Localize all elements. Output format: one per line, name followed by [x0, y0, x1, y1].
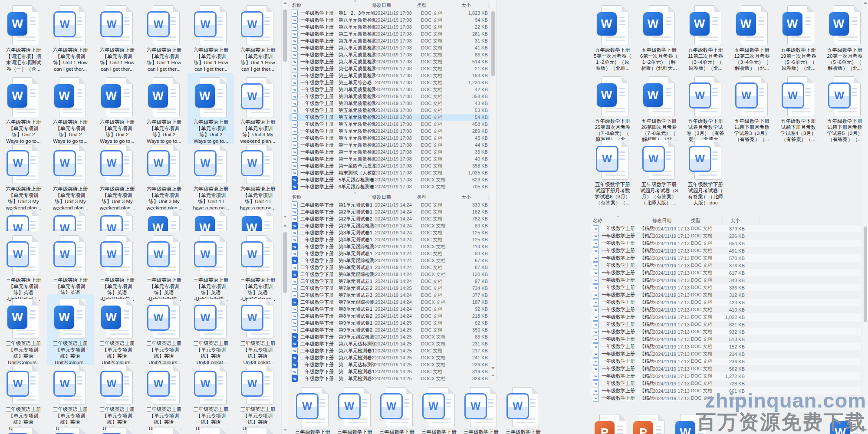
file-tile[interactable]: W六年级英语上册【单元专项训练】Unit 3 Myweekend plan...: [141, 140, 187, 211]
file-row[interactable]: w一年级数学上册 【精品】（基础版）第...2024/11/19 17:13DO…: [590, 306, 861, 313]
file-tile[interactable]: W三年级数学下册【分层训练】1.6: [502, 383, 544, 434]
file-row[interactable]: w二年级数学下册 第6单元测试卷1（人教...2024/11/19 14:24D…: [289, 264, 489, 271]
file-row[interactable]: w一年级数学上册 【精品】（基础版）第...2024/11/19 17:13DO…: [590, 240, 861, 247]
scrollbar-thumb[interactable]: [491, 11, 495, 76]
column-header-name[interactable]: 名称: [292, 194, 372, 200]
file-row[interactable]: w一年级数学上册 【精品】（基础版）第...2024/11/19 17:13DO…: [590, 299, 861, 306]
column-header-name[interactable]: 名称: [593, 217, 652, 224]
file-row[interactable]: w一年级数学上册 第五单元质量检测（...2024/11/19 17:08DOC…: [289, 107, 489, 114]
file-row[interactable]: w一年级数学上册 第六单元质量检测一...2024/11/19 17:08DOC…: [289, 58, 489, 65]
file-row[interactable]: w二年级数学下册 第7单元跟踪检测卷（...2024/11/19 14:24DO…: [289, 299, 489, 306]
file-row[interactable]: w一年级数学上册 【精品】（基础版）第...2024/11/19 17:13DO…: [590, 254, 861, 262]
file-tile[interactable]: W六年级英语上册【单元专项训练】Unit 3 Myweekend plan...: [0, 140, 47, 211]
file-row[interactable]: w一年级数学上册 第四单元质量检测（...2024/11/19 17:08DOC…: [289, 86, 489, 93]
file-tile[interactable]: W六年级英语上册【单元专项训练】Unit 2Ways to go to...: [187, 73, 234, 144]
file-row[interactable]: w一年级数学上册 第四单元质量检测三...2024/11/19 17:08DOC…: [289, 93, 489, 100]
file-row[interactable]: w一年级数学上册 第九单元质量检测（...2024/11/19 17:08DOC…: [289, 37, 489, 44]
column-header-date[interactable]: 修改日期: [652, 217, 691, 224]
file-row[interactable]: w一年级数学上册 第八单元质量检测一...2024/11/19 17:08DOC…: [289, 23, 489, 30]
file-tile[interactable]: W: [47, 205, 94, 231]
file-tile[interactable]: W: [94, 205, 141, 231]
column-header-type[interactable]: 类型: [417, 194, 455, 200]
file-tile[interactable]: W五年级数学下册试卷月考数学试卷（3月）（有答案）（北师大...: [682, 72, 729, 142]
column-header-size[interactable]: 大小: [723, 217, 760, 224]
file-tile[interactable]: W五年级数学下册试题下册月考数学试卷5（3月）（有答案）（...: [822, 72, 868, 142]
file-tile[interactable]: W三年级英语上册【单元专项训练】英语-Unit3Lookat...: [187, 294, 234, 365]
file-row[interactable]: w二年级数学下册 第1单元测试卷1（人教...2024/11/19 14:24D…: [289, 201, 489, 208]
file-tile[interactable]: W三年级英语上册【单元专项训练】英语-Unit4Welove...: [141, 360, 187, 431]
file-tile[interactable]: W六年级英语上册【单元专项训练】Unit 2Ways to go to...: [0, 73, 47, 144]
file-tile[interactable]: W三年级英语上册【单元专项训练】英语-Unit1Hello情...: [187, 231, 234, 302]
file-row[interactable]: w一年级数学上册 第二单元质量检测（...2024/11/19 17:08DOC…: [289, 30, 489, 37]
file-row[interactable]: w二年级数学下册 第3单元测试卷1（人教...2024/11/19 14:24D…: [289, 229, 489, 236]
file-tile[interactable]: W: [0, 205, 47, 231]
file-row[interactable]: w二年级数学下册 第二单元检测卷2（人...2024/11/19 14:25DO…: [289, 375, 489, 382]
file-tile[interactable]: W五年级数学下册试题下册月考数学试卷6（3月）（有答案）（...: [589, 135, 636, 206]
file-row[interactable]: w二年级数学下册 第8单元测试卷2（人教...2024/11/19 14:24D…: [289, 312, 489, 319]
file-row[interactable]: w一年级数学上册 【精品】（基础版）第...2024/11/19 17:13DO…: [590, 262, 861, 269]
file-row[interactable]: w一年级数学上册 第三单元综合卷（人...2024/11/19 17:08DOC…: [289, 79, 489, 86]
scrollbar-left-panel[interactable]: [281, 0, 289, 434]
file-row[interactable]: w一年级数学上册 第一至四单元质量检...2024/11/19 17:08DOC…: [289, 162, 489, 169]
file-tile[interactable]: W三年级英语上册【单元专项训练】英语-Unit3Lookat...: [47, 360, 94, 431]
file-tile[interactable]: W五年级数学下册20第三次月考卷（5~6单元）（解析版）（北...: [822, 1, 868, 71]
file-row[interactable]: w二年级数学下册 第8单元测试卷1（人教...2024/11/19 14:24D…: [289, 306, 489, 312]
file-tile[interactable]: W: [234, 205, 281, 231]
file-row[interactable]: w一年级数学上册 5单元跟踪检测卷（人...2024/11/19 17:08DO…: [289, 176, 489, 183]
file-tile[interactable]: W六年级英语上册【单元专项训练】Unit 1 Howcan I get ther…: [94, 1, 141, 72]
column-header-type[interactable]: 类型: [691, 217, 723, 224]
file-tile[interactable]: W: [141, 205, 187, 231]
file-tile[interactable]: W: [187, 205, 234, 231]
file-row[interactable]: w二年级数学下册 第6单元跟踪检测卷（...2024/11/19 14:24DO…: [289, 271, 489, 278]
file-tile[interactable]: W六年级英语上册【单元专项训练】Unit 2Ways to go to...: [47, 73, 94, 144]
file-row[interactable]: w一年级数学上册 第一单元质量检测二...2024/11/19 17:08DOC…: [289, 148, 489, 155]
file-row[interactable]: w二年级数学下册 第二单元检测卷1（人...2024/11/19 14:25DO…: [289, 368, 489, 375]
file-row[interactable]: w一年级数学上册 【精品】（基础版）第...2024/11/19 17:13DO…: [590, 328, 861, 335]
file-row[interactable]: w一年级数学上册 第八单元质量检测（...2024/11/19 17:08DOC…: [289, 16, 489, 23]
file-row[interactable]: w一年级数学上册 期末测试（人教版）....2024/11/19 17:08DO…: [289, 169, 489, 176]
file-tile[interactable]: W五年级数学下册19第三次月考卷（5~6单元）（原卷版）（北...: [775, 1, 822, 71]
file-tile[interactable]: W三年级英语上册【单元专项训练】英语-Unit4Welove...: [234, 360, 281, 431]
file-row[interactable]: w一年级数学上册 【精品】（基础版）第...2024/11/19 17:13DO…: [590, 335, 861, 343]
scroll-down-icon[interactable]: [283, 429, 287, 431]
file-row[interactable]: w二年级数学下册 第4单元跟踪检测卷（...2024/11/19 14:24DO…: [289, 243, 489, 250]
file-tile[interactable]: W五年级数学下册试题下册月考数学试卷3（3月）（有答案）（...: [729, 72, 775, 142]
file-tile[interactable]: W三年级英语上册【单元专项训练】英语-Unit3Lookat...: [94, 360, 141, 431]
file-row[interactable]: w一年级数学上册 【精品】（基础版）第...2024/11/19 17:13DO…: [590, 343, 861, 350]
file-tile[interactable]: W五年级数学下册26第四次月考卷（7~8单元）（解析版）（北...: [636, 72, 682, 142]
file-row[interactable]: w一年级数学上册 第五单元质量检测四...2024/11/19 17:08DOC…: [289, 128, 489, 135]
file-row[interactable]: w一年级数学上册 【精品】（提高版）第...2024/11/19 17:13DO…: [590, 380, 861, 387]
file-row[interactable]: w一年级数学上册 第七单元质量检测（...2024/11/19 17:08DOC…: [289, 65, 489, 72]
file-row[interactable]: w一年级数学上册 【精品】（基础版）第...2024/11/19 17:13DO…: [590, 350, 861, 358]
file-row[interactable]: w一年级数学上册 【精品】（基础版）第...2024/11/19 17:13DO…: [590, 276, 861, 284]
file-row[interactable]: w一年级数学上册 第五单元质量检测一...2024/11/19 17:08DOC…: [289, 135, 489, 141]
file-tile[interactable]: W三年级数学下册【分层训练】1.3: [376, 383, 418, 434]
column-header-name[interactable]: 名称: [292, 2, 372, 8]
file-tile[interactable]: W: [94, 423, 141, 434]
column-header-size[interactable]: 大小: [455, 194, 489, 200]
file-tile[interactable]: W六年级英语上册【单元专项训练】Unit 1 Howcan I get ther…: [47, 1, 94, 72]
file-tile[interactable]: W五年级数学下册6第一次月考卷（1~2单元）（解析版）(北师大...: [636, 1, 682, 71]
file-tile[interactable]: W三年级英语上册【单元专项训练】英语-Unit1Hello词...: [0, 231, 47, 302]
file-tile[interactable]: W六年级英语上册【单元专项训练】Unit 4 Ihave a pen pa...: [187, 140, 234, 211]
file-tile[interactable]: W五年级数学下册25第四次月考卷（7~8单元）（原卷版）（北...: [589, 72, 636, 142]
file-row[interactable]: w一年级数学上册 【精品】（基础版）第...2024/11/19 17:13DO…: [590, 247, 861, 254]
file-tile[interactable]: W六年级英语上册【单元专项训练】Unit 3 Myweekend plan...: [94, 140, 141, 211]
file-row[interactable]: w一年级数学上册 第一单元质量检测一...2024/11/19 17:08DOC…: [289, 155, 489, 162]
column-header-date[interactable]: 修改日期: [372, 194, 417, 200]
file-tile[interactable]: W: [187, 423, 234, 434]
file-row[interactable]: w二年级数学下册 第7单元测试卷3（人教...2024/11/19 14:24D…: [289, 292, 489, 299]
file-tile[interactable]: W三年级英语上册【单元专项训练】英语-Unit2Colours...: [94, 294, 141, 365]
scrollbar-thumb[interactable]: [864, 227, 867, 322]
file-row[interactable]: w一年级数学上册 第1、2、3单元测试...2024/11/19 17:08DO…: [289, 10, 489, 16]
file-row[interactable]: w一年级数学上册 【精品】（基础版）第...2024/11/19 17:13DO…: [590, 321, 861, 328]
file-tile[interactable]: W五年级数学下册11第二次月考卷（3~4单元）（原卷版）（北...: [682, 1, 729, 71]
scroll-up-icon[interactable]: [864, 2, 867, 4]
file-tile[interactable]: W三年级英语上册【单元专项训练】英语-Unit1Hello情...: [141, 231, 187, 302]
file-tile[interactable]: W三年级数学下册【分层训练】1.4: [418, 383, 460, 434]
file-tile[interactable]: W三年级英语上册【单元专项训练】英语-Unit2Colours...: [0, 294, 47, 365]
file-tile[interactable]: W六年级英语上册【单元专项训练】Unit 1 Howcan I get ther…: [234, 1, 281, 72]
file-tile[interactable]: W三年级英语上册【单元专项训练】英语-Unit1Hello单...: [47, 231, 94, 302]
file-row[interactable]: w一年级数学上册 第六单元质量检测二...2024/11/19 17:08DOC…: [289, 51, 489, 58]
file-row[interactable]: w一年级数学上册 第三单元质量检测（...2024/11/19 17:08DOC…: [289, 72, 489, 79]
